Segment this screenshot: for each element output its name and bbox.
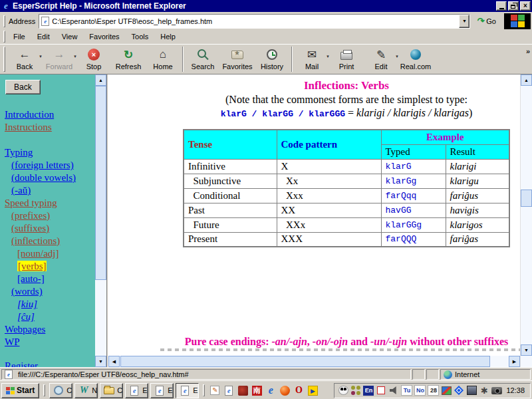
back-button[interactable]: ← Back ▼ [7,45,42,73]
menu-edit[interactable]: Edit [31,31,56,43]
scroll-right-button[interactable]: ▶ [509,356,520,367]
nav-link-auto[interactable]: [auto-] [5,273,94,285]
scrollbar-track[interactable] [120,356,509,367]
toolbar-overflow-chevron[interactable]: » [526,47,530,55]
scroll-down-button[interactable]: ▼ [95,356,106,367]
nav-link-kiu[interactable]: [kiu] [5,298,94,311]
nav-link-cu[interactable]: [ĉu] [5,311,94,323]
nav-link-verbs-current[interactable]: [verbs] [5,260,94,273]
task-button-ie-1[interactable]: e E [125,383,148,398]
nav-link-prefixes[interactable]: (prefixes) [5,209,94,222]
gear-icon[interactable]: ✱ [479,385,489,396]
scrollbar-track[interactable] [95,86,106,356]
palette-dots-icon[interactable] [350,385,361,396]
stop-button[interactable]: × Stop [76,45,111,73]
print-icon [340,52,352,60]
typed-cell: klarGGg [381,217,446,232]
clock[interactable]: 12:38 [504,386,527,394]
address-dropdown-button[interactable]: ▼ [459,15,469,28]
scrollbar-thumb[interactable] [521,190,532,207]
display-icon[interactable] [441,385,452,396]
calendar-date[interactable]: 28 [428,385,439,396]
task-button-folder[interactable]: C [100,383,123,398]
go-button[interactable]: ↷ Go [473,15,500,27]
realcom-button[interactable]: Real.com [398,45,433,73]
history-button[interactable]: History [255,45,289,73]
internet-explorer-icon[interactable]: e [265,384,277,396]
home-button[interactable]: ⌂ Home [146,45,180,73]
toolbar-grip[interactable] [3,15,5,27]
nav-back-button[interactable]: Back [5,80,41,94]
firefox-icon[interactable] [279,384,291,396]
refresh-button[interactable]: ↻ Refresh [111,45,146,73]
scrollbar-thumb[interactable] [120,356,490,367]
close-button[interactable]: × [520,1,531,11]
menubar-grip[interactable] [3,31,5,43]
opera-icon[interactable]: O [293,384,305,396]
panda-icon[interactable] [338,385,348,396]
task-button-ie-2[interactable]: e E [150,383,174,398]
task-button-ie-active[interactable]: e E [176,383,199,398]
nav-link-double-vowels[interactable]: (double vowels) [5,172,94,184]
nav-link-au[interactable]: (-aŭ) [5,184,94,197]
ie-document-icon[interactable]: e [223,384,235,396]
menu-file[interactable]: File [7,31,31,43]
title-bar[interactable]: e EsperScript Help - Microsoft Internet … [0,0,532,12]
nav-link-instructions[interactable]: Instructions [5,121,94,134]
photo-icon[interactable] [466,385,477,396]
menu-view[interactable]: View [56,31,84,43]
nav-scrollbar[interactable]: ▲ ▼ [95,74,106,367]
nav-link-introduction[interactable]: Introduction [5,108,94,121]
toolbar-grip[interactable] [3,47,5,72]
edit-button[interactable]: ✎ Edit ▼ [364,45,398,73]
start-button[interactable]: Start [1,383,39,398]
nav-link-suffixes[interactable]: (suffixes) [5,222,94,235]
horizontal-scrollbar[interactable]: ◀ ▶ [108,356,520,367]
media-play-icon[interactable]: ▶ [307,384,319,396]
nav-link-webpages[interactable]: Webpages [5,323,94,336]
nav-link-words[interactable]: (words) [5,285,94,298]
task-button-word[interactable]: W N [74,383,98,398]
scroll-up-button[interactable]: ▲ [95,74,106,86]
scroll-left-button[interactable]: ◀ [108,356,120,367]
minimize-button[interactable] [496,1,507,11]
nav-link-speed-typing[interactable]: Speed typing [5,197,94,209]
nav-link-inflections[interactable]: (inflections) [5,235,94,247]
calendar-month[interactable]: No [414,385,426,396]
scrollbar-track[interactable] [521,86,532,344]
menu-tools[interactable]: Tools [126,31,155,43]
nav-link-register[interactable]: Register [5,360,94,367]
frameset: Back Introduction Instructions Typing (f… [0,74,532,367]
tense-cell: Infinitive [184,159,277,174]
scroll-up-button[interactable]: ▲ [521,74,532,86]
taskbar-grip[interactable] [203,384,205,396]
camera-icon[interactable] [491,385,502,396]
volume-icon[interactable] [388,385,399,396]
scroll-down-button[interactable]: ▼ [521,344,532,356]
nav-link-noun-adj[interactable]: [noun/adj] [5,247,94,260]
capture-icon[interactable] [376,385,386,396]
compose-icon[interactable]: ✎ [209,384,221,396]
restore-button[interactable] [508,1,519,11]
menu-help[interactable]: Help [154,31,182,43]
mail-button[interactable]: ✉ Mail ▼ [295,45,329,73]
njstar-icon[interactable]: 南 [251,384,263,396]
scrollbar-thumb[interactable] [95,86,106,280]
pointer-icon[interactable] [454,385,464,396]
search-button[interactable]: Search [186,45,220,73]
ie-page-icon: e [130,386,138,396]
language-indicator[interactable]: En [363,385,374,396]
forward-button[interactable]: → Forward ▼ [42,45,76,73]
main-vertical-scrollbar[interactable]: ▲ ▼ [520,74,532,367]
favorites-button[interactable]: Favorites [220,45,255,73]
print-button[interactable]: Print [329,45,364,73]
address-input[interactable]: e C:\Esperanto\Esper UTF8\eosc_help_fram… [39,14,470,29]
dragon-icon[interactable] [237,384,249,396]
menu-favorites[interactable]: Favorites [83,31,125,43]
nav-link-wp[interactable]: WP [5,336,94,348]
nav-link-foreign-letters[interactable]: (foreign letters) [5,159,94,172]
nav-link-typing[interactable]: Typing [5,146,94,159]
taskbar-grip[interactable] [43,384,45,396]
task-button-find[interactable]: C [49,383,72,398]
calendar-day[interactable]: Tu [401,385,412,396]
